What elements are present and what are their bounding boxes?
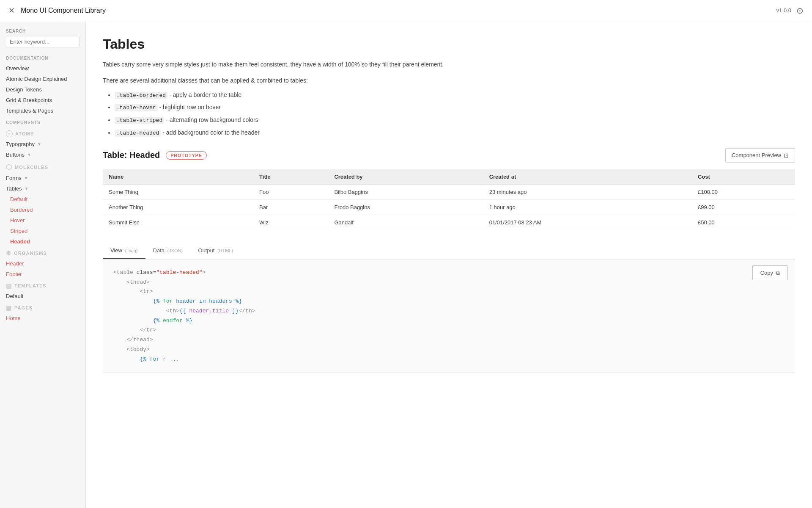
td-created-by-2: Frodo Baggins (328, 199, 483, 215)
td-created-by-1: Bilbo Baggins (328, 184, 483, 199)
preview-icon: ⊡ (784, 152, 789, 159)
sidebar-item-footer[interactable]: Footer (0, 269, 85, 279)
tab-output-sub: (HTML) (217, 248, 233, 253)
td-name-1: Some Thing (103, 184, 253, 199)
sidebar-item-tables[interactable]: Tables ▼ (0, 183, 85, 194)
td-title-1: Foo (253, 184, 328, 199)
td-created-by-3: Gandalf (328, 215, 483, 230)
td-created-at-3: 01/01/2017 08:23 AM (483, 215, 692, 230)
sidebar-item-default-tmpl[interactable]: Default (0, 291, 85, 301)
sidebar-item-header[interactable]: Header (0, 258, 85, 269)
code-headed: .table-headed (115, 130, 161, 137)
table-header-row: Name Title Created by Created at Cost (103, 169, 795, 185)
topbar-left: ✕ Mono UI Component Library (8, 6, 106, 15)
prototype-badge: PROTOTYPE (166, 151, 207, 160)
code-hover: .table-hover (115, 104, 158, 111)
atoms-category: ○ ATOMS (0, 127, 85, 139)
td-title-2: Bar (253, 199, 328, 215)
preview-label: Component Preview (732, 152, 781, 158)
templates-label: TEMPLATES (14, 283, 47, 288)
documentation-section-label: DOCUMENTATION (0, 52, 85, 63)
sidebar-sub-hover[interactable]: Hover (0, 215, 85, 226)
page-description-1: Tables carry some very simple styles jus… (103, 60, 795, 70)
sidebar-item-home[interactable]: Home (0, 313, 85, 323)
pages-label: PAGES (14, 305, 33, 310)
td-name-3: Summit Else (103, 215, 253, 230)
list-item-headed: .table-headed - add background color to … (115, 128, 795, 138)
th-cost: Cost (692, 169, 795, 185)
topbar: ✕ Mono UI Component Library v1.0.0 ⊙ (0, 0, 812, 21)
component-preview-button[interactable]: Component Preview ⊡ (725, 148, 795, 163)
main-layout: SEARCH DOCUMENTATION Overview Atomic Des… (0, 21, 812, 508)
sidebar-item-buttons[interactable]: Buttons ▼ (0, 149, 85, 160)
sidebar-sub-default[interactable]: Default (0, 194, 85, 204)
th-created-by: Created by (328, 169, 483, 185)
td-created-at-2: 1 hour ago (483, 199, 692, 215)
atoms-icon: ○ (6, 130, 13, 137)
component-title: Table: Headed (103, 150, 160, 160)
molecules-label: MOLECULES (15, 165, 48, 170)
td-title-3: Wiz (253, 215, 328, 230)
buttons-label: Buttons (6, 152, 25, 158)
templates-icon: ▤ (6, 282, 12, 289)
component-header: Table: Headed PROTOTYPE Component Previe… (103, 148, 795, 163)
forms-arrow: ▼ (24, 176, 28, 180)
code-tabs: View (Twig) Data (JSON) Output (HTML) (103, 243, 795, 259)
copy-button[interactable]: Copy ⧉ (752, 265, 788, 280)
forms-label: Forms (6, 175, 22, 181)
tab-view[interactable]: View (Twig) (103, 243, 145, 259)
atoms-label: ATOMS (15, 131, 34, 136)
sidebar-item-grid[interactable]: Grid & Breakpoints (0, 95, 85, 105)
sidebar-sub-bordered[interactable]: Bordered (0, 204, 85, 215)
tab-output[interactable]: Output (HTML) (190, 243, 241, 259)
copy-label: Copy (760, 270, 773, 276)
th-name: Name (103, 169, 253, 185)
sidebar-sub-headed[interactable]: Headed (0, 236, 85, 247)
list-item-striped: .table-striped - alternating row backgro… (115, 115, 795, 125)
sidebar-item-forms[interactable]: Forms ▼ (0, 173, 85, 183)
topbar-right: v1.0.0 ⊙ (776, 6, 804, 16)
sidebar-sub-striped[interactable]: Striped (0, 226, 85, 236)
list-item-bordered: .table-bordered - apply a border to the … (115, 90, 795, 100)
td-created-at-1: 23 minutes ago (483, 184, 692, 199)
code-panel: View (Twig) Data (JSON) Output (HTML) Co… (103, 243, 795, 373)
sidebar-item-atomic-design[interactable]: Atomic Design Explained (0, 74, 85, 84)
tab-data-sub: (JSON) (167, 248, 183, 253)
th-title: Title (253, 169, 328, 185)
close-icon[interactable]: ✕ (8, 6, 15, 15)
typography-arrow: ▼ (37, 142, 41, 146)
organisms-icon: ❋ (6, 250, 11, 257)
pages-icon: ▦ (6, 304, 12, 311)
code-block: Copy ⧉ <table class="table-headed"> <the… (103, 259, 795, 373)
td-cost-1: £100.00 (692, 184, 795, 199)
sidebar-item-typography[interactable]: Typography ▼ (0, 139, 85, 149)
table-head: Name Title Created by Created at Cost (103, 169, 795, 185)
tab-data[interactable]: Data (JSON) (145, 243, 191, 259)
app-title: Mono UI Component Library (21, 7, 106, 14)
code-content: <table class="table-headed"> <thead> <tr… (113, 268, 785, 364)
table-row: Another Thing Bar Frodo Baggins 1 hour a… (103, 199, 795, 215)
buttons-arrow: ▼ (27, 152, 31, 157)
feature-list: .table-bordered - apply a border to the … (115, 90, 795, 138)
components-section-label: COMPONENTS (0, 116, 85, 127)
td-cost-2: £99.00 (692, 199, 795, 215)
typography-label: Typography (6, 141, 35, 147)
component-header-left: Table: Headed PROTOTYPE (103, 150, 207, 160)
molecules-category: ⬡ MOLECULES (0, 160, 85, 173)
organisms-label: ORGANISMS (14, 251, 47, 256)
tab-view-sub: (Twig) (125, 248, 138, 253)
content-area: Tables Tables carry some very simple sty… (86, 21, 812, 508)
td-cost-3: £50.00 (692, 215, 795, 230)
github-icon[interactable]: ⊙ (796, 6, 804, 16)
version-label: v1.0.0 (776, 7, 791, 14)
th-created-at: Created at (483, 169, 692, 185)
sidebar-item-templates-pages[interactable]: Templates & Pages (0, 105, 85, 116)
pages-category: ▦ PAGES (0, 301, 85, 313)
page-description-2: There are several additional classes tha… (103, 76, 795, 86)
search-input[interactable] (6, 36, 80, 47)
sidebar-item-overview[interactable]: Overview (0, 63, 85, 74)
code-striped: .table-striped (115, 117, 164, 124)
sidebar-item-design-tokens[interactable]: Design Tokens (0, 84, 85, 95)
table-body: Some Thing Foo Bilbo Baggins 23 minutes … (103, 184, 795, 230)
demo-table: Name Title Created by Created at Cost So… (103, 169, 795, 230)
